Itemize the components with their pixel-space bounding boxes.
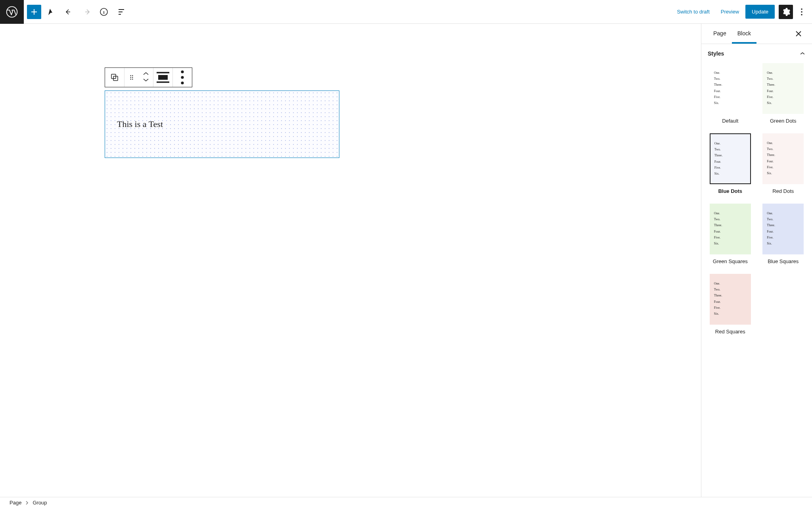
update-button[interactable]: Update xyxy=(745,5,775,19)
block-type-button[interactable] xyxy=(105,68,124,87)
document-outline-button[interactable] xyxy=(114,5,128,19)
style-option-red-dots[interactable]: One.Two.Three.Four.Five.Six. Red Dots xyxy=(761,133,806,194)
style-preview-default: One.Two.Three.Four.Five.Six. xyxy=(710,63,751,114)
block-more-options-button[interactable] xyxy=(173,68,192,87)
sidebar-tabs: Page Block xyxy=(701,24,812,44)
style-option-green-squares[interactable]: One.Two.Three.Four.Five.Six. Green Squar… xyxy=(708,204,753,264)
style-label: Red Dots xyxy=(761,188,806,194)
style-label: Blue Dots xyxy=(708,188,753,194)
styles-panel-header[interactable]: Styles xyxy=(701,44,812,63)
svg-point-16 xyxy=(181,81,184,84)
style-option-green-dots[interactable]: One.Two.Three.Four.Five.Six. Green Dots xyxy=(761,63,806,124)
editor-top-toolbar: Switch to draft Preview Update xyxy=(0,0,812,24)
block-inserter-button[interactable] xyxy=(27,5,41,19)
style-label: Red Squares xyxy=(708,329,753,335)
style-option-blue-squares[interactable]: One.Two.Three.Four.Five.Six. Blue Square… xyxy=(761,204,806,264)
svg-point-2 xyxy=(801,8,802,10)
tools-select-button[interactable] xyxy=(44,5,59,19)
svg-point-15 xyxy=(181,76,184,79)
style-label: Green Dots xyxy=(761,118,806,124)
tab-block[interactable]: Block xyxy=(732,24,756,44)
move-down-button[interactable] xyxy=(142,77,150,83)
style-label: Green Squares xyxy=(708,258,753,264)
style-preview-green-dots: One.Two.Three.Four.Five.Six. xyxy=(762,63,804,114)
svg-point-8 xyxy=(132,75,133,76)
style-preview-red-squares: One.Two.Three.Four.Five.Six. xyxy=(710,274,751,325)
tab-page[interactable]: Page xyxy=(708,24,732,44)
svg-point-0 xyxy=(7,6,17,17)
svg-point-11 xyxy=(130,79,131,79)
wordpress-logo[interactable] xyxy=(0,0,24,24)
chevron-right-icon xyxy=(25,500,29,505)
style-option-blue-dots[interactable]: One.Two.Three.Four.Five.Six. Blue Dots xyxy=(708,133,753,194)
svg-point-9 xyxy=(130,77,131,78)
svg-point-14 xyxy=(181,70,184,73)
close-sidebar-button[interactable] xyxy=(791,27,806,41)
styles-heading: Styles xyxy=(708,50,724,57)
block-breadcrumb: Page Group xyxy=(0,497,812,508)
undo-button[interactable] xyxy=(62,5,76,19)
style-label: Blue Squares xyxy=(761,258,806,264)
svg-point-4 xyxy=(801,14,802,15)
style-preview-blue-dots: One.Two.Three.Four.Five.Six. xyxy=(710,133,751,184)
redo-button[interactable] xyxy=(79,5,94,19)
style-preview-green-squares: One.Two.Three.Four.Five.Six. xyxy=(710,204,751,254)
preview-button[interactable]: Preview xyxy=(716,5,744,19)
style-preview-blue-squares: One.Two.Three.Four.Five.Six. xyxy=(762,204,804,254)
switch-to-draft-button[interactable]: Switch to draft xyxy=(672,5,714,19)
breadcrumb-page[interactable]: Page xyxy=(10,500,21,506)
breadcrumb-group[interactable]: Group xyxy=(33,500,47,506)
block-text-content[interactable]: This is a Test xyxy=(117,119,163,129)
style-option-red-squares[interactable]: One.Two.Three.Four.Five.Six. Red Squares xyxy=(708,274,753,335)
svg-point-7 xyxy=(130,75,131,76)
block-drag-handle[interactable] xyxy=(124,68,139,87)
block-align-button[interactable] xyxy=(153,68,172,87)
editor-canvas[interactable]: This is a Test xyxy=(0,24,701,497)
svg-point-12 xyxy=(132,79,133,79)
more-options-button[interactable] xyxy=(795,5,809,19)
style-label: Default xyxy=(708,118,753,124)
style-option-default[interactable]: One.Two.Three.Four.Five.Six. Default xyxy=(708,63,753,124)
settings-sidebar: Page Block Styles One.Two.Three.Four.Fiv… xyxy=(701,24,812,497)
settings-button[interactable] xyxy=(779,5,793,19)
selected-group-block[interactable]: This is a Test xyxy=(105,90,339,158)
block-toolbar xyxy=(105,67,192,87)
svg-point-10 xyxy=(132,77,133,78)
block-movers xyxy=(139,68,153,87)
document-details-button[interactable] xyxy=(97,5,111,19)
chevron-up-icon xyxy=(799,50,806,57)
style-preview-red-dots: One.Two.Three.Four.Five.Six. xyxy=(762,133,804,184)
svg-point-3 xyxy=(801,11,802,13)
styles-panel: Styles One.Two.Three.Four.Five.Six. Defa… xyxy=(701,44,812,341)
svg-rect-13 xyxy=(158,75,168,80)
style-variations-grid: One.Two.Three.Four.Five.Six. Default One… xyxy=(708,63,806,335)
move-up-button[interactable] xyxy=(142,71,150,77)
